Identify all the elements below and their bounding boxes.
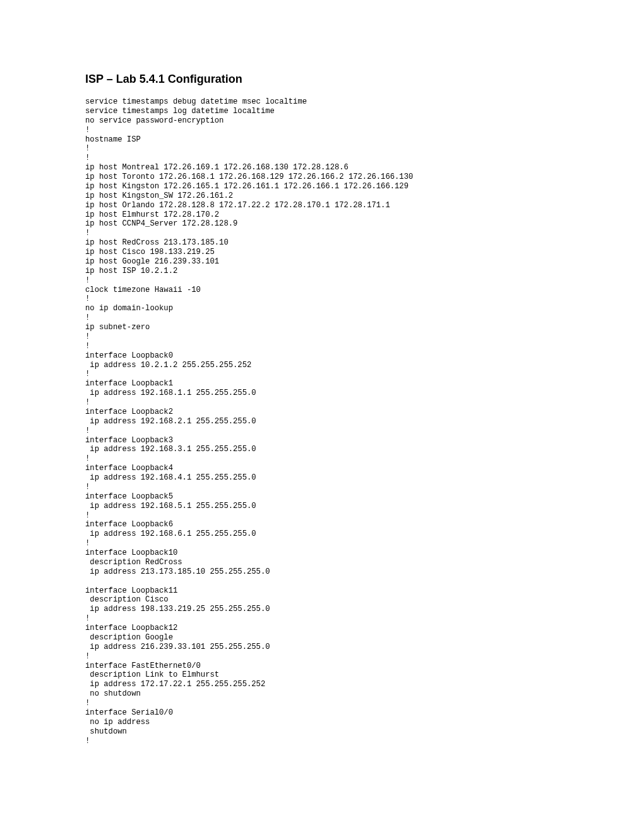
config-text: service timestamps debug datetime msec l… [85, 97, 559, 746]
page-title: ISP – Lab 5.4.1 Configuration [85, 73, 559, 86]
